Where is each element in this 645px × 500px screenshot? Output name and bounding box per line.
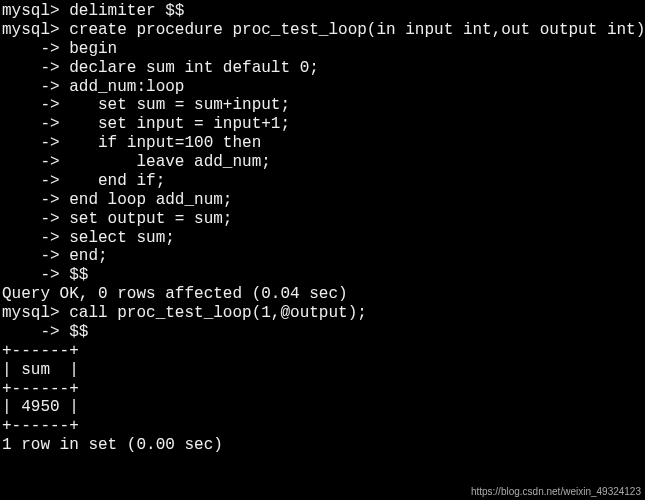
terminal-line: +------+ <box>2 380 645 399</box>
terminal-line: -> set input = input+1; <box>2 115 645 134</box>
terminal-line: -> if input=100 then <box>2 134 645 153</box>
terminal-line: mysql> call proc_test_loop(1,@output); <box>2 304 645 323</box>
terminal-output: mysql> delimiter $$mysql> create procedu… <box>0 0 645 455</box>
terminal-line: -> $$ <box>2 323 645 342</box>
terminal-line: mysql> delimiter $$ <box>2 2 645 21</box>
terminal-line: +------+ <box>2 342 645 361</box>
terminal-line: | 4950 | <box>2 398 645 417</box>
terminal-line: -> end if; <box>2 172 645 191</box>
terminal-line: -> leave add_num; <box>2 153 645 172</box>
watermark-text: https://blog.csdn.net/weixin_49324123 <box>471 486 641 498</box>
terminal-line: -> set sum = sum+input; <box>2 96 645 115</box>
terminal-line: -> declare sum int default 0; <box>2 59 645 78</box>
terminal-line: -> begin <box>2 40 645 59</box>
terminal-line: mysql> create procedure proc_test_loop(i… <box>2 21 645 40</box>
terminal-line: -> select sum; <box>2 229 645 248</box>
terminal-line: Query OK, 0 rows affected (0.04 sec) <box>2 285 645 304</box>
terminal-line: -> $$ <box>2 266 645 285</box>
terminal-line: -> end; <box>2 247 645 266</box>
terminal-line: 1 row in set (0.00 sec) <box>2 436 645 455</box>
terminal-line: | sum | <box>2 361 645 380</box>
terminal-line: -> end loop add_num; <box>2 191 645 210</box>
terminal-line: -> set output = sum; <box>2 210 645 229</box>
terminal-line: -> add_num:loop <box>2 78 645 97</box>
terminal-line: +------+ <box>2 417 645 436</box>
